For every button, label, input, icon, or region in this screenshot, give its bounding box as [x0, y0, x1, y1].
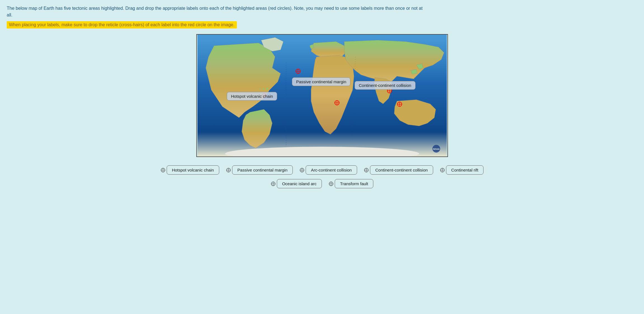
crosshair-icon-5: [440, 168, 445, 173]
marker-arc: [397, 101, 402, 107]
crosshair-icon-7: [329, 181, 334, 186]
crosshair-icon-3: [299, 168, 305, 173]
placed-label-passive[interactable]: Passive continental margin: [292, 77, 350, 86]
draggable-oceanic-island-arc[interactable]: Oceanic island arc: [271, 179, 322, 188]
svg-point-4: [262, 88, 264, 90]
labels-row-1: Hotspot volcanic chain Passive continent…: [161, 165, 484, 175]
placed-label-continent-collision[interactable]: Continent-continent collision: [355, 81, 416, 90]
draggable-continent-continent[interactable]: Continent-continent collision: [364, 165, 433, 175]
draggable-transform-fault[interactable]: Transform fault: [329, 179, 373, 188]
labels-section: Hotspot volcanic chain Passive continent…: [7, 165, 637, 188]
svg-text:NOAA: NOAA: [433, 148, 440, 150]
svg-point-5: [259, 89, 260, 90]
label-pill-hotspot: Hotspot volcanic chain: [167, 165, 219, 175]
marker-passive: [295, 68, 301, 74]
label-pill-transform-fault: Transform fault: [335, 179, 373, 188]
map-area: NOAA: [7, 34, 637, 157]
draggable-hotspot-volcanic[interactable]: Hotspot volcanic chain: [161, 165, 219, 175]
draggable-arc-continent[interactable]: Arc-continent collision: [299, 165, 357, 175]
labels-row-2: Oceanic island arc Transform fault: [271, 179, 374, 188]
crosshair-icon: [161, 168, 166, 173]
marker-rift: [334, 100, 340, 106]
crosshair-icon-2: [226, 168, 231, 173]
map-container[interactable]: NOAA: [196, 34, 448, 157]
label-pill-passive: Passive continental margin: [232, 165, 293, 175]
warning-banner: When placing your labels, make sure to d…: [7, 21, 237, 28]
label-pill-continent-continent: Continent-continent collision: [370, 165, 433, 175]
crosshair-icon-6: [271, 181, 276, 186]
placed-label-hotspot[interactable]: Hotspot volcanic chain: [227, 92, 277, 101]
label-pill-continental-rift: Continental rift: [446, 165, 484, 175]
svg-point-3: [266, 87, 268, 90]
draggable-passive-margin[interactable]: Passive continental margin: [226, 165, 293, 175]
label-pill-arc-continent: Arc-continent collision: [306, 165, 357, 175]
instructions-text: The below map of Earth has five tectonic…: [7, 5, 426, 18]
draggable-continental-rift[interactable]: Continental rift: [440, 165, 484, 175]
crosshair-icon-4: [364, 168, 369, 173]
label-pill-oceanic-island-arc: Oceanic island arc: [277, 179, 322, 188]
